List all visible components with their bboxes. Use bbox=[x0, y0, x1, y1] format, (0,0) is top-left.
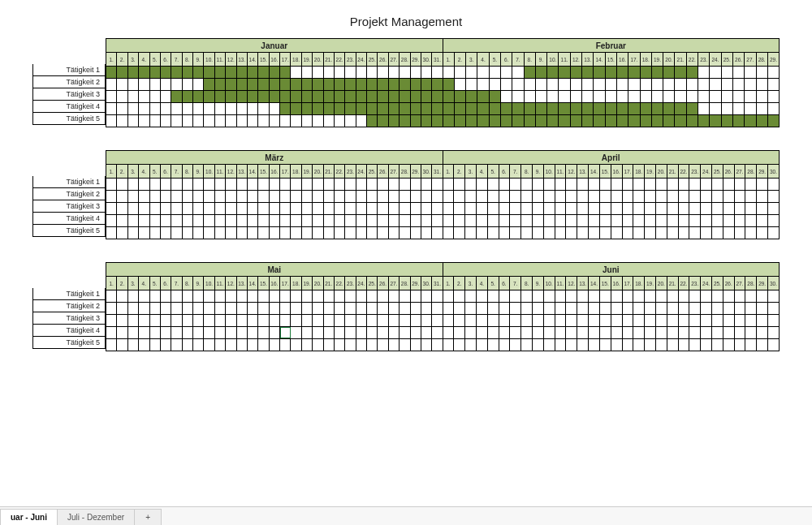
gantt-cell[interactable] bbox=[582, 103, 594, 114]
gantt-cell[interactable] bbox=[356, 203, 367, 214]
gantt-cell[interactable] bbox=[555, 215, 567, 226]
gantt-cell[interactable] bbox=[465, 339, 477, 351]
gantt-cell[interactable] bbox=[117, 215, 127, 226]
gantt-cell[interactable] bbox=[477, 179, 488, 190]
gantt-cell[interactable] bbox=[623, 179, 634, 190]
gantt-cell[interactable] bbox=[356, 227, 367, 239]
gantt-cell[interactable] bbox=[139, 227, 149, 239]
gantt-cell[interactable] bbox=[128, 303, 139, 314]
gantt-cell[interactable] bbox=[499, 339, 511, 351]
gantt-cell[interactable] bbox=[566, 339, 577, 351]
gantt-cell[interactable] bbox=[324, 103, 335, 114]
gantt-cell[interactable] bbox=[600, 179, 611, 190]
gantt-cell[interactable] bbox=[623, 327, 634, 338]
gantt-cell[interactable] bbox=[745, 227, 757, 239]
gantt-cell[interactable] bbox=[215, 290, 226, 302]
gantt-cell[interactable] bbox=[400, 191, 410, 202]
gantt-cell[interactable] bbox=[577, 191, 589, 202]
gantt-cell[interactable] bbox=[411, 327, 421, 338]
gantt-cell[interactable] bbox=[193, 103, 204, 114]
gantt-cell[interactable] bbox=[367, 115, 378, 127]
gantt-cell[interactable] bbox=[687, 91, 698, 102]
gantt-cell[interactable] bbox=[577, 290, 589, 302]
gantt-cell[interactable] bbox=[712, 290, 723, 302]
gantt-cell[interactable] bbox=[117, 103, 127, 114]
gantt-cell[interactable] bbox=[389, 67, 400, 78]
gantt-cell[interactable] bbox=[710, 103, 721, 114]
gantt-cell[interactable] bbox=[689, 203, 701, 214]
gantt-cell[interactable] bbox=[525, 103, 536, 114]
gantt-cell[interactable] bbox=[559, 79, 570, 90]
gantt-cell[interactable] bbox=[356, 191, 367, 202]
gantt-cell[interactable] bbox=[324, 290, 335, 302]
gantt-cell[interactable] bbox=[679, 179, 690, 190]
gantt-cell[interactable] bbox=[335, 179, 345, 190]
gantt-cell[interactable] bbox=[421, 327, 432, 338]
gantt-cell[interactable] bbox=[139, 327, 149, 338]
gantt-cell[interactable] bbox=[345, 91, 356, 102]
gantt-cell[interactable] bbox=[248, 315, 258, 326]
gantt-cell[interactable] bbox=[687, 67, 698, 78]
gantt-cell[interactable] bbox=[499, 203, 511, 214]
gantt-cell[interactable] bbox=[466, 91, 477, 102]
gantt-cell[interactable] bbox=[667, 191, 679, 202]
gantt-cell[interactable] bbox=[611, 227, 623, 239]
gantt-cell[interactable] bbox=[171, 91, 182, 102]
gantt-cell[interactable] bbox=[735, 227, 746, 239]
gantt-cell[interactable] bbox=[258, 191, 269, 202]
gantt-cell[interactable] bbox=[768, 327, 779, 338]
gantt-cell[interactable] bbox=[645, 327, 656, 338]
gantt-cell[interactable] bbox=[106, 327, 117, 338]
gantt-cell[interactable] bbox=[367, 303, 378, 314]
gantt-cell[interactable] bbox=[313, 215, 323, 226]
gantt-cell[interactable] bbox=[237, 303, 248, 314]
gantt-cell[interactable] bbox=[171, 327, 182, 338]
gantt-cell[interactable] bbox=[270, 191, 280, 202]
gantt-cell[interactable] bbox=[689, 290, 701, 302]
gantt-cell[interactable] bbox=[421, 67, 432, 78]
gantt-cell[interactable] bbox=[577, 303, 589, 314]
gantt-cell[interactable] bbox=[324, 115, 335, 127]
gantt-cell[interactable] bbox=[345, 327, 356, 338]
gantt-cell[interactable] bbox=[454, 179, 465, 190]
gantt-cell[interactable] bbox=[106, 215, 117, 226]
gantt-cell[interactable] bbox=[521, 179, 533, 190]
gantt-cell[interactable] bbox=[443, 203, 455, 214]
gantt-cell[interactable] bbox=[768, 215, 779, 226]
gantt-cell[interactable] bbox=[689, 315, 701, 326]
gantt-cell[interactable] bbox=[577, 203, 589, 214]
gantt-cell[interactable] bbox=[345, 227, 356, 239]
gantt-cell[interactable] bbox=[270, 315, 280, 326]
gantt-cell[interactable] bbox=[499, 179, 511, 190]
gantt-cell[interactable] bbox=[617, 91, 628, 102]
gantt-cell[interactable] bbox=[280, 227, 291, 239]
gantt-cell[interactable] bbox=[345, 179, 356, 190]
gantt-cell[interactable] bbox=[723, 339, 735, 351]
gantt-cell[interactable] bbox=[291, 91, 301, 102]
gantt-cell[interactable] bbox=[652, 91, 663, 102]
gantt-cell[interactable] bbox=[679, 227, 690, 239]
gantt-cell[interactable] bbox=[378, 327, 388, 338]
gantt-cell[interactable] bbox=[611, 179, 623, 190]
gantt-cell[interactable] bbox=[204, 67, 214, 78]
gantt-cell[interactable] bbox=[128, 203, 139, 214]
gantt-cell[interactable] bbox=[594, 67, 605, 78]
gantt-cell[interactable] bbox=[617, 115, 628, 127]
gantt-cell[interactable] bbox=[302, 227, 313, 239]
gantt-cell[interactable] bbox=[258, 327, 269, 338]
gantt-cell[interactable] bbox=[280, 315, 291, 326]
gantt-cell[interactable] bbox=[356, 67, 367, 78]
gantt-cell[interactable] bbox=[679, 191, 690, 202]
gantt-cell[interactable] bbox=[667, 215, 679, 226]
gantt-cell[interactable] bbox=[193, 115, 204, 127]
gantt-cell[interactable] bbox=[745, 315, 757, 326]
gantt-cell[interactable] bbox=[600, 327, 611, 338]
gantt-cell[interactable] bbox=[106, 115, 117, 127]
gantt-cell[interactable] bbox=[193, 67, 204, 78]
gantt-cell[interactable] bbox=[701, 315, 712, 326]
gantt-cell[interactable] bbox=[183, 339, 193, 351]
gantt-cell[interactable] bbox=[106, 191, 117, 202]
gantt-cell[interactable] bbox=[501, 91, 512, 102]
gantt-cell[interactable] bbox=[641, 79, 652, 90]
gantt-cell[interactable] bbox=[117, 290, 127, 302]
